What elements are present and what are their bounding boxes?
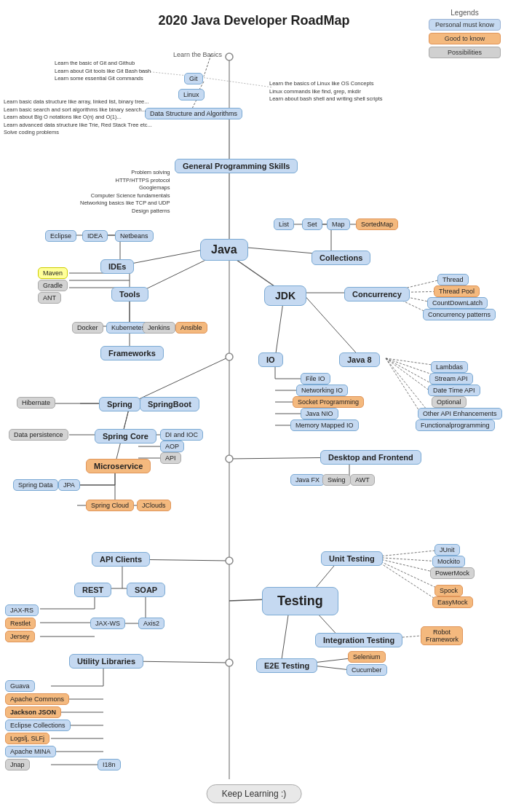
map-node: Map xyxy=(327,218,350,230)
sortedmap-node: SortedMap xyxy=(356,218,398,230)
learn-basics-label: Learn the Basics xyxy=(169,50,226,60)
jersey-node: Jersey xyxy=(5,631,35,642)
idea-node: IDEA xyxy=(82,230,108,242)
aop-node: AOP xyxy=(160,441,184,452)
microservice-node: Microservice xyxy=(86,459,151,473)
desktop-node: Desktop and Frontend xyxy=(320,450,421,465)
javanio-node: Java NIO xyxy=(301,408,338,419)
main-container: 2020 Java Developer RoadMap Legends Pers… xyxy=(0,0,508,812)
springcloud-node: Spring Cloud xyxy=(86,500,134,511)
axis2-node: Axis2 xyxy=(138,618,164,629)
legend-title: Legends xyxy=(429,9,501,17)
jdk-node: JDK xyxy=(264,285,306,306)
collections-node: Collections xyxy=(311,251,370,265)
linux-annotation: Learn the basics of Linux like OS Concep… xyxy=(269,80,383,103)
spring-node: Spring xyxy=(99,397,140,411)
apachecommons-node: Apache Commons xyxy=(5,693,69,705)
svg-point-110 xyxy=(226,557,233,564)
junit-node: JUnit xyxy=(434,544,460,556)
datapersistence-node: Data persistence xyxy=(9,429,68,441)
testing-node: Testing xyxy=(262,587,338,615)
cucumber-node: Cucumber xyxy=(346,664,387,676)
apachemina-node: Apache MINA xyxy=(5,746,56,757)
java8-node: Java 8 xyxy=(339,352,380,367)
gps-annotation: Problem solving HTTP/HTTPS protocol Goog… xyxy=(80,169,170,215)
springcore-node: Spring Core xyxy=(95,429,156,444)
datetime-node: Date Time API xyxy=(428,385,480,396)
apiclients-node: API Clients xyxy=(92,552,150,567)
rest-node: REST xyxy=(74,583,111,597)
ides-node: IDEs xyxy=(100,259,134,274)
gps-node: General Programming Skills xyxy=(175,159,298,173)
legend-personal: Personal must know xyxy=(429,19,501,31)
otherapi-node: Other API Enhancements xyxy=(418,408,502,419)
jnap-node: Jnap xyxy=(5,759,30,770)
gradle-node: Gradle xyxy=(38,280,68,291)
memorymapped-node: Memory Mapped IO xyxy=(290,419,359,431)
soap-node: SOAP xyxy=(127,583,165,597)
keep-learning-button[interactable]: Keep Learning :) xyxy=(207,784,302,803)
netio-node: Networking IO xyxy=(296,385,348,396)
jclouds-node: JClouds xyxy=(137,500,171,511)
svg-point-108 xyxy=(226,353,233,360)
legend-possibilities: Possibilities xyxy=(429,47,501,58)
tools-node: Tools xyxy=(111,287,148,301)
countdown-node: CountDownLatch xyxy=(427,297,488,309)
awt-node: AWT xyxy=(350,474,375,486)
logslj-node: Logslj, SLFj xyxy=(5,733,49,744)
ansible-node: Ansible xyxy=(175,322,207,334)
java-node: Java xyxy=(200,239,248,261)
frameworks-node: Frameworks xyxy=(100,346,164,360)
ant-node: ANT xyxy=(38,292,61,304)
eclipsecollections-node: Eclipse Collections xyxy=(5,720,71,731)
powermock-node: PowerMock xyxy=(430,567,475,579)
optional-node: Optional xyxy=(432,396,467,408)
svg-point-109 xyxy=(226,455,233,462)
lambdas-node: Lambdas xyxy=(431,361,468,373)
jaxws-node: JAX-WS xyxy=(90,618,125,629)
mockito-node: Mockito xyxy=(432,556,465,567)
i18n-node: I18n xyxy=(98,759,121,770)
svg-line-5 xyxy=(195,76,273,87)
dsa-node: Data Structure and Algorithms xyxy=(145,108,242,119)
hibernate-node: Hibernate xyxy=(17,397,55,409)
git-annotation: Learn the basic of Git and Github Learn … xyxy=(55,60,151,83)
springboot-node: SpringBoot xyxy=(140,397,199,411)
docker-node: Docker xyxy=(72,322,103,334)
set-node: Set xyxy=(302,218,322,230)
functional-node: Functionalprogramming xyxy=(416,419,495,431)
swing-node: Swing xyxy=(322,474,351,486)
svg-line-95 xyxy=(131,661,229,663)
diioc-node: DI and IOC xyxy=(160,429,203,441)
legend-good: Good to know xyxy=(429,33,501,44)
git-node: Git xyxy=(184,73,203,84)
e2e-node: E2E Testing xyxy=(256,658,317,673)
linux-node: Linux xyxy=(178,89,205,100)
svg-point-111 xyxy=(226,659,233,666)
svg-line-44 xyxy=(302,293,361,358)
jaxrs-node: JAX-RS xyxy=(5,604,39,616)
jacksonjson-node: Jackson JSON xyxy=(5,706,61,718)
svg-line-37 xyxy=(275,297,284,358)
concurrency-node: Concurrency xyxy=(344,287,410,301)
restlet-node: Restlet xyxy=(5,618,36,629)
integrationtesting-node: Integration Testing xyxy=(315,633,402,647)
javafx-node: Java FX xyxy=(290,474,325,486)
concpatterns-node: Concurrency patterns xyxy=(423,309,496,320)
list-node: List xyxy=(274,218,294,230)
io-node: IO xyxy=(258,352,283,367)
jpa-node: JPA xyxy=(58,479,80,491)
api-node: API xyxy=(160,452,181,464)
utilitylibs-node: Utility Libraries xyxy=(69,654,143,669)
socket-node: Socket Programming xyxy=(293,396,364,408)
robot-node: Robot Framework xyxy=(421,626,463,645)
dsa-annotation: Learn basic data structure like array, l… xyxy=(4,98,152,137)
netbeans-node: Netbeans xyxy=(115,230,154,242)
selenium-node: Selenium xyxy=(348,651,386,663)
spock-node: Spock xyxy=(434,585,463,596)
thread-node: Thread xyxy=(437,274,469,285)
legend: Legends Personal must know Good to know … xyxy=(429,9,501,60)
svg-line-92 xyxy=(281,610,289,664)
guava-node: Guava xyxy=(5,680,35,692)
springdata-node: Spring Data xyxy=(13,479,58,491)
